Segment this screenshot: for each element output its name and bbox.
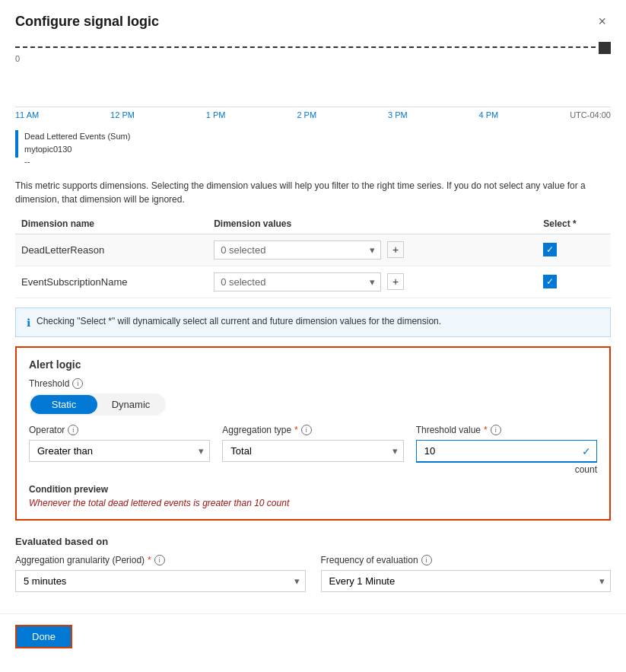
agg-granularity-select-wrapper: 1 minute 5 minutes 15 minutes 30 minutes… bbox=[15, 570, 306, 592]
condition-preview-label: Condition preview bbox=[29, 484, 597, 495]
alert-logic-title: Alert logic bbox=[29, 358, 597, 371]
legend-bar bbox=[15, 130, 18, 158]
agg-granularity-field-group: Aggregation granularity (Period) * i 1 m… bbox=[15, 555, 306, 592]
dim-checkbox-1[interactable]: ✓ bbox=[543, 243, 557, 256]
configure-signal-logic-dialog: Configure signal logic × 0 11 AM 12 PM 1… bbox=[0, 0, 626, 672]
x-label-4pm: 4 PM bbox=[479, 110, 499, 119]
dim-dropdown-wrapper-1: 0 selected bbox=[214, 240, 381, 260]
dim-dropdown-wrapper-2: 0 selected bbox=[214, 272, 381, 291]
alert-fields-row: Operator i Greater than Less than Greate… bbox=[29, 425, 597, 475]
col-dimension-name: Dimension name bbox=[15, 214, 208, 234]
dimension-info-text: This metric supports dimensions. Selecti… bbox=[0, 174, 626, 214]
agg-granularity-required-star: * bbox=[148, 555, 151, 565]
legend-resource: mytopic0130 bbox=[24, 143, 130, 156]
dialog-header: Configure signal logic × bbox=[0, 0, 626, 39]
threshold-input-wrapper: ✓ bbox=[416, 440, 597, 463]
legend-value: -- bbox=[24, 155, 130, 168]
threshold-label: Threshold i bbox=[29, 378, 597, 389]
chart-container: 0 bbox=[15, 39, 611, 107]
alert-logic-section: Alert logic Threshold i Static Dynamic O… bbox=[15, 346, 611, 521]
dim-name-2: EventSubscriptionName bbox=[15, 266, 208, 298]
dim-dropdown-group-2: 0 selected + bbox=[214, 272, 531, 291]
agg-type-field-group: Aggregation type * i Total Average Minim… bbox=[222, 425, 403, 462]
x-label-1pm: 1 PM bbox=[206, 110, 226, 119]
dim-checkbox-2[interactable]: ✓ bbox=[543, 275, 557, 288]
agg-type-info-icon[interactable]: i bbox=[301, 425, 312, 435]
frequency-select-wrapper: Every 1 Minute Every 5 Minutes Every 15 … bbox=[321, 570, 612, 592]
x-label-11am: 11 AM bbox=[15, 110, 39, 119]
chart-marker bbox=[599, 42, 611, 54]
dim-add-btn-1[interactable]: + bbox=[387, 241, 404, 258]
condition-preview-text: Whenever the total dead lettered events … bbox=[29, 498, 597, 508]
threshold-unit-label: count bbox=[416, 464, 597, 475]
x-label-12pm: 12 PM bbox=[110, 110, 135, 119]
utc-label: UTC-04:00 bbox=[570, 110, 611, 119]
chart-legend: Dead Lettered Events (Sum) mytopic0130 -… bbox=[0, 126, 626, 174]
condition-preview: Condition preview Whenever the total dea… bbox=[29, 484, 597, 508]
x-label-2pm: 2 PM bbox=[297, 110, 316, 119]
dim-add-btn-2[interactable]: + bbox=[387, 273, 404, 290]
dimensions-table: Dimension name Dimension values Select *… bbox=[15, 214, 611, 298]
threshold-check-icon: ✓ bbox=[582, 445, 591, 457]
dim-dropdown-group-1: 0 selected + bbox=[214, 240, 531, 260]
dialog-footer: Done bbox=[0, 613, 626, 659]
operator-field-group: Operator i Greater than Less than Greate… bbox=[29, 425, 210, 462]
chart-x-axis: 11 AM 12 PM 1 PM 2 PM 3 PM 4 PM UTC-04:0… bbox=[15, 107, 611, 119]
chart-area: 0 11 AM 12 PM 1 PM 2 PM 3 PM 4 PM UTC-04… bbox=[0, 39, 626, 119]
static-toggle-button[interactable]: Static bbox=[30, 395, 97, 414]
threshold-info-icon[interactable]: i bbox=[72, 378, 83, 389]
dimensions-section: Dimension name Dimension values Select *… bbox=[0, 214, 626, 298]
dim-name-1: DeadLetterReason bbox=[15, 234, 208, 266]
x-label-3pm: 3 PM bbox=[388, 110, 408, 119]
dim-value-cell-1: 0 selected + bbox=[208, 234, 537, 266]
dashed-line bbox=[15, 46, 611, 48]
threshold-required-star: * bbox=[484, 425, 488, 435]
frequency-label: Frequency of evaluation i bbox=[321, 555, 612, 565]
info-icon: ℹ bbox=[27, 317, 30, 329]
dim-dropdown-2[interactable]: 0 selected bbox=[214, 272, 381, 291]
dialog-title: Configure signal logic bbox=[15, 14, 159, 30]
agg-granularity-label: Aggregation granularity (Period) * i bbox=[15, 555, 306, 565]
frequency-field-group: Frequency of evaluation i Every 1 Minute… bbox=[321, 555, 612, 592]
table-row: EventSubscriptionName 0 selected + bbox=[15, 266, 611, 298]
dynamic-toggle-button[interactable]: Dynamic bbox=[97, 395, 164, 414]
agg-type-label: Aggregation type * i bbox=[222, 425, 403, 435]
dim-value-cell-2: 0 selected + bbox=[208, 266, 537, 298]
operator-info-icon[interactable]: i bbox=[68, 425, 78, 435]
chart-zero-label: 0 bbox=[15, 54, 20, 63]
legend-text: Dead Lettered Events (Sum) mytopic0130 -… bbox=[24, 130, 130, 168]
frequency-select[interactable]: Every 1 Minute Every 5 Minutes Every 15 … bbox=[321, 570, 612, 592]
close-button[interactable]: × bbox=[593, 12, 611, 31]
evaluated-title: Evaluated based on bbox=[15, 536, 611, 547]
eval-fields-row: Aggregation granularity (Period) * i 1 m… bbox=[15, 555, 611, 592]
legend-metric: Dead Lettered Events (Sum) bbox=[24, 130, 130, 143]
operator-label: Operator i bbox=[29, 425, 210, 435]
table-row: DeadLetterReason 0 selected + ✓ bbox=[15, 234, 611, 266]
dim-select-cell-1: ✓ bbox=[537, 234, 611, 266]
agg-type-required-star: * bbox=[294, 425, 298, 435]
threshold-value-input[interactable] bbox=[416, 440, 597, 463]
agg-type-select[interactable]: Total Average Minimum Maximum Count bbox=[222, 440, 403, 462]
operator-select[interactable]: Greater than Less than Greater than or e… bbox=[29, 440, 210, 462]
threshold-value-label: Threshold value * i bbox=[416, 425, 597, 435]
threshold-toggle-group: Static Dynamic bbox=[29, 393, 166, 416]
info-box-text: Checking "Select *" will dynamically sel… bbox=[37, 316, 441, 326]
frequency-info-icon[interactable]: i bbox=[421, 555, 432, 565]
agg-type-select-wrapper: Total Average Minimum Maximum Count bbox=[222, 440, 403, 462]
agg-granularity-select[interactable]: 1 minute 5 minutes 15 minutes 30 minutes… bbox=[15, 570, 306, 592]
col-dimension-values: Dimension values bbox=[208, 214, 537, 234]
operator-select-wrapper: Greater than Less than Greater than or e… bbox=[29, 440, 210, 462]
dim-dropdown-1[interactable]: 0 selected bbox=[214, 240, 381, 260]
threshold-value-info-icon[interactable]: i bbox=[491, 425, 501, 435]
dim-select-cell-2: ✓ bbox=[537, 266, 611, 298]
agg-granularity-info-icon[interactable]: i bbox=[154, 555, 165, 565]
evaluated-section: Evaluated based on Aggregation granulari… bbox=[0, 528, 626, 598]
done-button[interactable]: Done bbox=[15, 625, 72, 648]
threshold-value-field-group: Threshold value * i ✓ count bbox=[416, 425, 597, 475]
col-select: Select * bbox=[537, 214, 611, 234]
dynamic-select-info-box: ℹ Checking "Select *" will dynamically s… bbox=[15, 307, 611, 337]
